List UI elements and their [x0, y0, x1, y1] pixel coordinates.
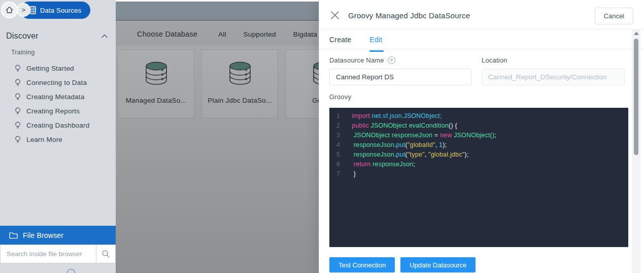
database-card-label: Managed DataSo... — [121, 97, 191, 104]
main-content: Choose Database AllSupportedBigdata Mana… — [116, 0, 319, 273]
code-line-7: 7 } — [329, 170, 628, 180]
discover-title: Discover — [6, 32, 39, 41]
home-icon — [5, 6, 14, 14]
divider — [319, 29, 644, 29]
database-filters: AllSupportedBigdata — [218, 31, 317, 38]
drawer-tabs: CreateEdit — [329, 36, 382, 52]
choose-database-header: Choose Database AllSupportedBigdata — [116, 22, 319, 46]
filter-tab-all[interactable]: All — [218, 31, 226, 38]
drawer-scrollbar — [632, 29, 640, 273]
chevron-right-icon: > — [22, 6, 26, 14]
main-toolbar — [116, 2, 319, 21]
datasource-name-label: Datasource Name ? — [329, 56, 395, 64]
sidebar: Data Sources > Discover Training Getting… — [0, 0, 116, 273]
lightbulb-icon — [14, 79, 21, 86]
database-cylinder-icon — [142, 59, 171, 87]
test-connection-button[interactable]: Test Connection — [329, 257, 395, 272]
sidebar-item-creating-metadata[interactable]: Creating Metadata — [0, 89, 116, 104]
lightbulb-icon — [14, 93, 21, 101]
line-number: 2 — [329, 122, 343, 132]
breadcrumb-current-data-sources[interactable]: Data Sources — [20, 2, 90, 19]
scrollbar-up-arrow[interactable] — [634, 32, 639, 35]
breadcrumb-current-label: Data Sources — [40, 7, 81, 14]
lightbulb-icon — [14, 107, 21, 115]
tab-create[interactable]: Create — [329, 36, 351, 52]
sidebar-item-label: Creating Reports — [26, 107, 80, 115]
search-input[interactable] — [1, 245, 96, 263]
close-icon[interactable] — [330, 11, 340, 20]
line-number: 4 — [329, 141, 343, 151]
sidebar-item-label: Learn More — [26, 136, 62, 143]
groovy-label: Groovy — [329, 93, 351, 101]
database-card-label: Groovy — [289, 97, 319, 104]
database-card-label: Plain Jdbc DataSo... — [205, 97, 275, 104]
code-line-1: 1import net.sf.json.JSONObject; — [329, 112, 628, 122]
breadcrumb-chevron[interactable]: > — [17, 3, 30, 17]
database-card-managed-dataso-[interactable]: Managed DataSo... — [118, 49, 194, 118]
lightbulb-icon — [14, 136, 21, 143]
location-input[interactable] — [482, 69, 625, 85]
groovy-code-editor[interactable]: 1import net.sf.json.JSONObject;2public J… — [329, 108, 628, 247]
update-datasource-button[interactable]: Update Datasource — [400, 257, 476, 272]
drawer-title: Groovy Managed Jdbc DataSource — [348, 11, 470, 20]
code-line-4: 4 responseJson.put("globalId", 1); — [329, 141, 628, 151]
code-line-5: 5 responseJson.put("type", "global.jdbc"… — [329, 151, 628, 161]
app-root: Data Sources > Discover Training Getting… — [0, 0, 644, 273]
sidebar-nav: Getting StartedConnecting to DataCreatin… — [0, 61, 116, 146]
database-cylinder-icon — [309, 59, 319, 87]
search-icon — [101, 250, 110, 258]
tab-edit[interactable]: Edit — [369, 36, 382, 52]
sidebar-item-learn-more[interactable]: Learn More — [0, 132, 116, 146]
help-icon[interactable]: ? — [388, 56, 395, 64]
code-line-2: 2public JSONObject evalCondition() { — [329, 122, 628, 132]
discover-header: Discover — [0, 22, 116, 41]
file-browser-label: File Browser — [23, 231, 63, 239]
database-card-plain-jdbc-dataso-[interactable]: Plain Jdbc DataSo... — [201, 49, 278, 118]
datasource-name-input[interactable] — [329, 69, 471, 85]
lightbulb-icon — [14, 65, 21, 72]
divider — [319, 49, 644, 49]
database-card-groovy[interactable]: Groovy — [285, 49, 319, 118]
training-section-label: Training — [0, 41, 116, 56]
code-line-6: 6 return responseJson; — [329, 161, 628, 170]
line-number: 7 — [329, 170, 343, 180]
sidebar-item-getting-started[interactable]: Getting Started — [0, 61, 116, 75]
sidebar-item-creating-reports[interactable]: Creating Reports — [0, 104, 116, 118]
sidebar-item-label: Creating Dashboard — [26, 122, 89, 129]
location-label: Location — [482, 56, 507, 64]
database-cards: Managed DataSo...Plain Jdbc DataSo...Gro… — [118, 49, 319, 118]
filter-tab-bigdata[interactable]: Bigdata — [293, 31, 317, 38]
lightbulb-icon — [14, 122, 21, 129]
chevron-up-icon[interactable] — [101, 34, 108, 38]
line-number: 3 — [329, 132, 343, 141]
main-top-strip — [116, 0, 319, 2]
sidebar-item-label: Connecting to Data — [26, 79, 87, 86]
line-number: 5 — [329, 151, 343, 161]
scrollbar-thumb[interactable] — [634, 39, 638, 155]
filter-tab-supported[interactable]: Supported — [244, 31, 276, 38]
folder-icon — [9, 232, 18, 239]
database-cylinder-icon — [225, 59, 255, 87]
breadcrumb-home-button[interactable] — [1, 2, 18, 18]
line-number: 1 — [329, 112, 343, 122]
breadcrumb: Data Sources > — [0, 0, 116, 22]
help-circle-partial — [67, 269, 75, 273]
file-browser-search — [0, 245, 116, 263]
sidebar-item-label: Getting Started — [26, 65, 74, 72]
line-number: 6 — [329, 161, 343, 170]
datasource-drawer: Groovy Managed Jdbc DataSource Cancel Cr… — [319, 0, 644, 273]
file-browser-button[interactable]: File Browser — [0, 226, 116, 245]
search-button[interactable] — [96, 245, 115, 263]
sidebar-item-label: Creating Metadata — [26, 93, 84, 101]
drawer-actions: Test ConnectionUpdate Datasource — [329, 257, 476, 272]
choose-database-title: Choose Database — [137, 30, 197, 38]
cancel-button[interactable]: Cancel — [595, 8, 633, 24]
sidebar-item-connecting-to-data[interactable]: Connecting to Data — [0, 75, 116, 89]
code-line-3: 3 JSONObject responseJson = new JSONObje… — [329, 132, 628, 141]
sidebar-item-creating-dashboard[interactable]: Creating Dashboard — [0, 118, 116, 132]
